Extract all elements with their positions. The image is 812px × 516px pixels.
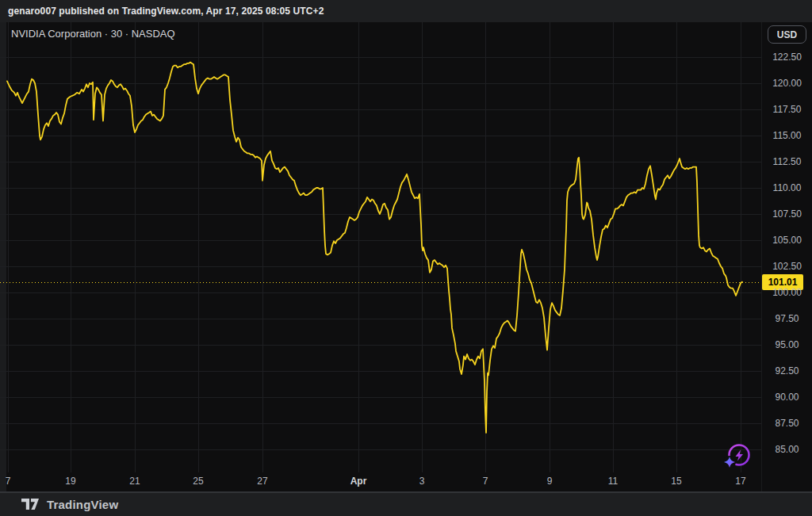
price-tick-label: 120.00 — [762, 77, 812, 90]
footer-bar: TradingView — [0, 493, 812, 516]
time-scale[interactable]: 719212527Apr379111517 — [0, 472, 761, 491]
price-chart-canvas[interactable] — [0, 22, 761, 472]
price-tick-label: 100.00 — [762, 286, 812, 299]
price-tick-label: 97.50 — [762, 312, 812, 325]
time-tick-label: 3 — [419, 476, 425, 487]
price-tick-label: 107.50 — [762, 208, 812, 220]
time-tick-label: 19 — [65, 476, 75, 487]
currency-toggle-button[interactable]: USD — [768, 25, 806, 44]
tradingview-home-link[interactable]: TradingView — [21, 497, 118, 512]
price-tick-label: 90.00 — [762, 391, 812, 403]
price-tick-label: 105.00 — [762, 234, 812, 247]
price-scale[interactable]: USD 101.01 122.50120.00117.50115.00112.5… — [761, 22, 812, 491]
time-tick-label: 25 — [193, 476, 203, 487]
time-tick-label: 27 — [257, 476, 267, 487]
published-chart-page: genaro007 published on TradingView.com, … — [0, 0, 812, 516]
time-tick-label: 17 — [735, 476, 745, 487]
time-tick-label: 11 — [608, 476, 618, 487]
publish-info-bar: genaro007 published on TradingView.com, … — [0, 0, 812, 22]
lightning-spark-icon — [722, 441, 753, 472]
spark-button[interactable] — [722, 441, 753, 472]
price-tick-label: 110.00 — [762, 182, 812, 194]
price-tick-label: 102.50 — [762, 260, 812, 273]
time-tick-label: 7 — [483, 476, 488, 487]
symbol-legend: NVIDIA Corporation · 30 · NASDAQ — [11, 28, 175, 40]
price-tick-label: 112.50 — [762, 155, 812, 168]
price-tick-label: 95.00 — [762, 338, 812, 351]
brand-name: TradingView — [47, 498, 118, 511]
time-tick-label: 9 — [547, 476, 553, 487]
price-tick-label: 117.50 — [762, 103, 812, 116]
price-tick-label: 92.50 — [762, 365, 812, 377]
tradingview-logo-icon — [21, 497, 40, 512]
time-tick-label: 15 — [671, 476, 681, 487]
price-tick-label: 87.50 — [762, 417, 812, 430]
chart-region: NVIDIA Corporation · 30 · NASDAQ 7192125… — [0, 22, 812, 493]
time-tick-label: Apr — [350, 476, 367, 487]
price-tick-label: 85.00 — [762, 443, 812, 456]
time-tick-label: 21 — [129, 476, 140, 487]
time-tick-label: 7 — [6, 476, 11, 487]
price-tick-label: 122.50 — [762, 51, 812, 63]
publish-info-text: genaro007 published on TradingView.com, … — [8, 6, 324, 17]
price-tick-label: 115.00 — [762, 129, 812, 142]
